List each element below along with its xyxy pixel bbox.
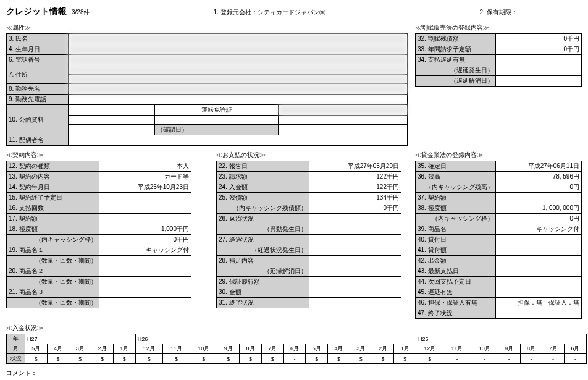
row-label: 14. 契約年月日 — [7, 182, 99, 193]
contract-table: 12. 契約の種類本人13. 契約の内容カード等14. 契約年月日平成25年10… — [6, 161, 191, 308]
row-label: 39. 商品名 — [416, 224, 496, 235]
row-value — [309, 277, 401, 287]
month-cell: 1月 — [394, 344, 416, 354]
month-cell: 4月 — [328, 344, 350, 354]
row-label: （内キャッシング枠） — [416, 214, 496, 224]
row-label: 22. 報告日 — [217, 161, 309, 172]
status-cell: $ — [240, 354, 262, 364]
attr-dob-value: XXXX XXXX XXXX — [69, 44, 408, 55]
row-label: （数量・回数・期間） — [7, 277, 99, 287]
attr-address-value2: XXXX XXXX — [69, 75, 408, 84]
month-cell: 4月 — [47, 344, 69, 354]
month-cell: 1月 — [113, 344, 135, 354]
status-cell: $ — [217, 354, 240, 364]
month-cell: 5月 — [306, 344, 328, 354]
status-cell: $ — [416, 354, 443, 364]
row-value — [99, 193, 191, 203]
row-value — [496, 308, 582, 319]
row-value: 0円 — [496, 214, 582, 224]
row-value — [99, 287, 191, 298]
year-cell: H27 — [25, 334, 136, 344]
row-value — [496, 266, 582, 277]
row-value: 1, 000, 000円 — [496, 203, 582, 214]
row-value — [496, 256, 582, 266]
attr-confirm-label: （確認日） — [155, 125, 279, 135]
month-cell: 3月 — [69, 344, 91, 354]
month-cell: 10月 — [471, 344, 498, 354]
row-label: 43. 最新支払日 — [416, 266, 496, 277]
status-cell: - — [443, 354, 471, 364]
attr-name-value: XXXX — [69, 34, 408, 44]
row-value: 平成25年10月23日 — [99, 182, 191, 193]
installment-table: 32. 割賦残債額0千円 33. 年間請求予定額0千円 34. 支払遅延有無 （… — [415, 33, 582, 87]
row-value — [309, 214, 401, 224]
status-cell: - — [542, 354, 565, 364]
comment-label: コメント： — [6, 369, 582, 378]
status-cell: $ — [47, 354, 69, 364]
row-value: 1,000千円 — [99, 224, 191, 235]
attributes-section-header: ≪属性≫ — [6, 23, 408, 32]
row-value — [99, 256, 191, 266]
row-value: 122千円 — [309, 172, 401, 182]
row-value: 78, 596円 — [496, 172, 582, 182]
status-cell: $ — [25, 354, 48, 364]
attr-employer-label: 8. 勤務先名 — [7, 84, 69, 95]
row-label: 31. 終了状況 — [217, 298, 309, 308]
attr-publicdoc-value: 運転免許証 — [155, 105, 279, 116]
row-label: （延滞解消日） — [217, 266, 309, 277]
row-label: 47. 終了状況 — [416, 308, 496, 319]
row-label: （内キャッシング枠） — [7, 235, 99, 245]
row-label: （内キャッシング残債額） — [217, 203, 309, 214]
month-cell: 3月 — [350, 344, 372, 354]
month-cell: 7月 — [542, 344, 565, 354]
status-cell: $ — [306, 354, 328, 364]
year-cell: H25 — [416, 334, 587, 344]
row-value — [496, 245, 582, 256]
row-label: 26. 返済状況 — [217, 214, 309, 224]
month-cell: 6月 — [564, 344, 586, 354]
status-cell: $ — [261, 354, 284, 364]
month-cell: 5月 — [25, 344, 48, 354]
row-label: 15. 契約終了予定日 — [7, 193, 99, 203]
attr-name-label: 3. 氏名 — [7, 34, 69, 44]
moneylending-section-header: ≪貸金業法の登録内容≫ — [415, 151, 582, 159]
year-cell: H26 — [135, 334, 416, 344]
row-value: 平成27年05月29日 — [309, 161, 401, 172]
row-value: 0千円 — [99, 235, 191, 245]
row-label: 28. 補足内容 — [217, 256, 309, 266]
row-label: 44. 次回支払予定日 — [416, 277, 496, 287]
attr-workphone-label: 9. 勤務先電話 — [7, 95, 69, 105]
status-cell: - — [520, 354, 542, 364]
row-label: 20. 商品名２ — [7, 266, 99, 277]
header: クレジット情報 3/28件 1. 登録元会社：シティカードジャパン㈱ 2. 保有… — [6, 6, 582, 17]
status-cell: - — [498, 354, 520, 364]
month-cell: 9月 — [217, 344, 240, 354]
status-cell: $ — [69, 354, 91, 364]
month-cell: 7月 — [261, 344, 284, 354]
month-cell: 9月 — [498, 344, 520, 354]
attr-address-value1: XXXX XXXX XXXX XXXX — [69, 65, 408, 75]
row-label: 41. 貸付額 — [416, 245, 496, 256]
row-label: 37. 契約額 — [416, 193, 496, 203]
row-label: 19. 商品名１ — [7, 245, 99, 256]
row-value — [496, 287, 582, 298]
row-label: 24. 入金額 — [217, 182, 309, 193]
row-value: キャッシング付 — [99, 245, 191, 256]
row-label: 29. 保証履行額 — [217, 277, 309, 287]
row-label: 27. 経過状況 — [217, 235, 309, 245]
status-cell: $ — [394, 354, 416, 364]
row-value — [309, 266, 401, 277]
row-value — [309, 287, 401, 298]
status-cell: $ — [91, 354, 114, 364]
row-value: 0千円 — [309, 203, 401, 214]
row-label: 46. 担保・保証人有無 — [416, 298, 496, 308]
row-label: （数量・回数・期間） — [7, 256, 99, 266]
row-value: キャッシング付 — [496, 224, 582, 235]
month-cell: 12月 — [135, 344, 162, 354]
installment-section-header: ≪割賦販売法の登録内容≫ — [415, 23, 582, 32]
status-cell: - — [284, 354, 306, 364]
row-label: 40. 貸付日 — [416, 235, 496, 245]
payment-history-section-header: ≪入金状況≫ — [6, 324, 582, 332]
row-value — [309, 235, 401, 245]
month-cell: 10月 — [190, 344, 217, 354]
